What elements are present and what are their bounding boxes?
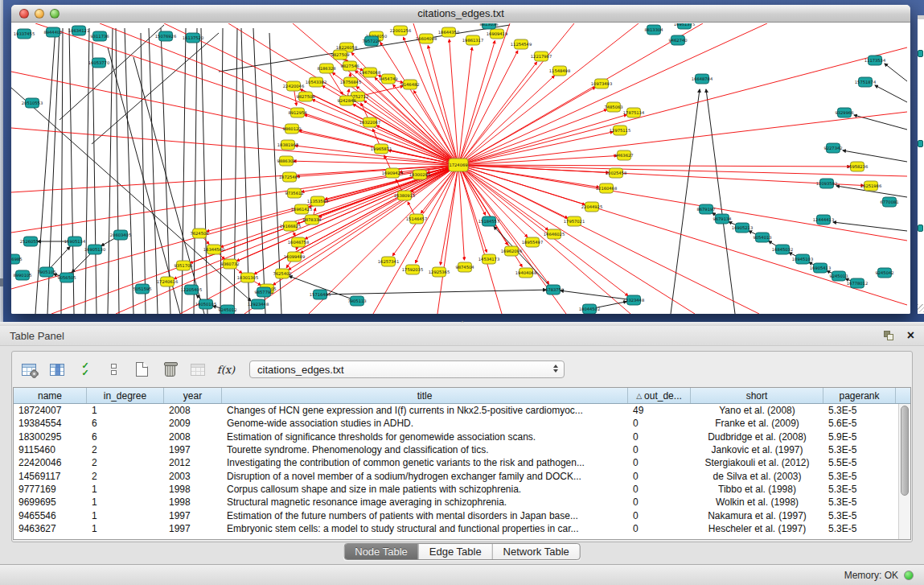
graph-node[interactable]: 8878334	[302, 215, 322, 225]
graph-node[interactable]: 18955497	[522, 237, 543, 247]
graph-node[interactable]: 14646025	[544, 229, 565, 239]
graph-node[interactable]: 16251986	[860, 181, 881, 191]
graph-node[interactable]: 10543382	[306, 77, 326, 87]
graph-node[interactable]: 15716485	[310, 290, 331, 299]
graph-node[interactable]: 6770081	[880, 197, 898, 207]
network-canvas[interactable]: 1724069182260589827509818632810543382982…	[11, 23, 910, 314]
function-builder-button[interactable]: f(x)	[216, 360, 236, 378]
graph-node[interactable]: 10025458	[606, 168, 626, 178]
table-scrollbar[interactable]	[898, 404, 910, 539]
graph-node[interactable]: 11353594	[307, 196, 329, 206]
table-row[interactable]: 1938455462009Genome-wide association stu…	[14, 417, 898, 430]
graph-node[interactable]: 15146457	[406, 214, 427, 224]
table-row[interactable]: 969969511998Structural magnetic resonanc…	[14, 496, 898, 509]
graph-node[interactable]: 16909419	[487, 29, 507, 39]
table-row[interactable]: 946554611997Estimation of the future num…	[14, 509, 898, 521]
graph-node[interactable]: 16099489	[284, 252, 305, 262]
table-row[interactable]: 911546021997Tourette syndrome. Phenomeno…	[14, 443, 898, 456]
graph-node[interactable]: 16962096	[501, 246, 522, 256]
graph-node[interactable]: 7957224	[362, 36, 381, 46]
graph-node[interactable]: 8454749	[379, 74, 397, 84]
graph-node[interactable]: 9054013	[753, 233, 771, 242]
graph-node[interactable]: 1724069	[449, 159, 468, 171]
graph-node[interactable]: 11548498	[549, 66, 570, 76]
graph-node[interactable]: 9311736	[90, 31, 109, 41]
graph-node[interactable]: 8813036	[479, 23, 498, 29]
delete-rows-button[interactable]	[160, 360, 179, 378]
column-header-pagerank[interactable]: pagerank	[823, 388, 896, 403]
graph-node[interactable]: 17875134	[623, 108, 645, 117]
graph-node[interactable]: 18050105	[195, 299, 216, 309]
graph-node[interactable]: 5051595	[133, 284, 151, 294]
column-header-name[interactable]: name	[14, 388, 87, 403]
graph-node[interactable]: 9242848	[337, 96, 355, 105]
graph-node[interactable]: 16053770	[88, 58, 109, 68]
memory-ok-indicator[interactable]	[904, 571, 914, 580]
graph-node[interactable]: 9827508	[296, 92, 314, 101]
graph-node[interactable]: 12323448	[623, 295, 644, 305]
graph-node[interactable]: 9827546	[340, 61, 359, 71]
graph-node[interactable]: 9827509	[331, 50, 349, 60]
graph-node[interactable]: 9886302	[277, 156, 295, 166]
table-row[interactable]: 2242004622012Investigating the contribut…	[14, 456, 898, 469]
graph-node[interactable]: 7905105	[37, 267, 55, 277]
graph-node[interactable]: 16951375	[674, 23, 695, 29]
graph-node[interactable]: 19965871	[371, 144, 392, 154]
network-graph[interactable]: 1724069182260589827509818632810543382982…	[11, 23, 910, 314]
graph-node[interactable]: 17240616	[157, 277, 178, 286]
graph-node[interactable]: 19404068	[515, 268, 536, 278]
graph-node[interactable]: 16648784	[692, 74, 713, 84]
graph-node[interactable]: 7625402	[273, 269, 291, 278]
graph-node[interactable]: 9146482	[400, 80, 419, 89]
graph-node[interactable]: 8813304	[644, 25, 663, 35]
table-row[interactable]: 1872400712008Changes of HCN gene express…	[14, 404, 898, 417]
graph-node[interactable]: 25260550	[20, 237, 41, 246]
graph-node[interactable]: 18381905	[277, 140, 298, 150]
delete-table-button[interactable]	[188, 360, 207, 378]
deselect-all-button[interactable]	[104, 360, 123, 378]
graph-node[interactable]: 8186328	[317, 64, 335, 73]
graph-node[interactable]: 16604098	[416, 34, 437, 43]
graph-node[interactable]: 9857791	[254, 287, 273, 297]
close-panel-icon[interactable]: ×	[907, 330, 914, 341]
graph-node[interactable]: 15751874	[855, 77, 877, 87]
graph-node[interactable]: 8990105	[13, 270, 31, 280]
graph-node[interactable]: 22001256	[390, 26, 411, 35]
network-window[interactable]: citations_edges.txt 17240691822605898275…	[11, 5, 910, 314]
graph-node[interactable]: 12217987	[531, 51, 552, 61]
graph-node[interactable]: 18725467	[279, 172, 300, 182]
graph-node[interactable]: 9056505	[57, 273, 76, 282]
graph-node[interactable]: 20603405	[110, 230, 131, 240]
graph-node[interactable]: 7485063	[604, 102, 622, 112]
graph-node[interactable]: 14534173	[478, 254, 499, 264]
splitter-handle-icon[interactable]: ⌃	[460, 322, 466, 325]
graph-node[interactable]: 9679134	[713, 214, 732, 224]
tab-node-table[interactable]: Node Table	[344, 544, 419, 559]
graph-node[interactable]: 18756845	[340, 77, 361, 87]
graph-node[interactable]: 9329966	[835, 108, 853, 117]
column-header-year[interactable]: year	[164, 388, 222, 403]
column-header-in_degree[interactable]: in_degree	[87, 388, 164, 403]
graph-node[interactable]: 12444413	[813, 215, 834, 225]
column-header-short[interactable]: short	[691, 388, 823, 403]
graph-node[interactable]: 7905113	[347, 296, 366, 306]
graph-node[interactable]: 9462740	[668, 35, 687, 45]
table-row[interactable]: 1456911722003Disruption of a novel membe…	[14, 469, 898, 482]
select-all-button[interactable]: ✓✓	[76, 360, 95, 378]
graph-node[interactable]: 9356985	[11, 254, 23, 264]
table-row[interactable]: 1830029562008Estimation of significance …	[14, 431, 898, 443]
graph-node[interactable]: 12160468	[596, 183, 617, 193]
tab-edge-table[interactable]: Edge Table	[419, 544, 493, 559]
graph-node[interactable]: 15076926	[155, 31, 176, 41]
graph-node[interactable]: 16257341	[378, 257, 399, 266]
graph-node[interactable]: 11254549	[511, 39, 532, 49]
graph-node[interactable]: 15958236	[847, 162, 868, 171]
graph-node[interactable]: 8944402	[43, 27, 62, 37]
graph-node[interactable]: 17592035	[402, 265, 423, 274]
graph-node[interactable]: 8679197	[696, 204, 715, 214]
graph-node[interactable]: 19337455	[14, 29, 35, 39]
graph-node[interactable]: 16961425	[291, 204, 312, 214]
graph-node[interactable]: 15905134	[64, 237, 86, 246]
table-selector-dropdown[interactable]: citations_edges.txt	[249, 360, 565, 378]
float-panel-icon[interactable]	[884, 331, 894, 341]
